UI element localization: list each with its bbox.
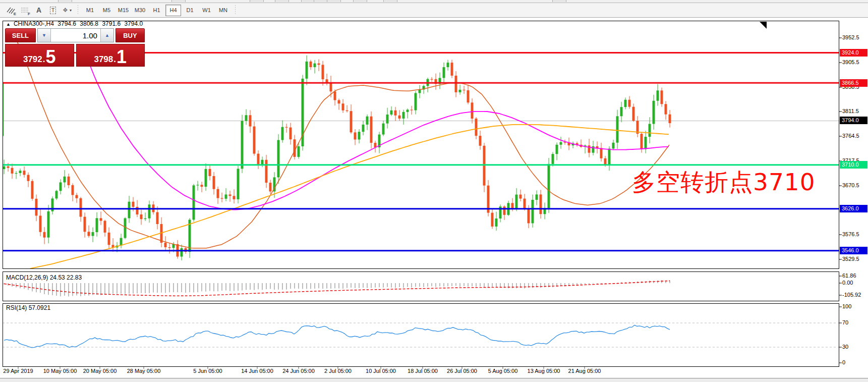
ohlc-close: 3794.0 bbox=[124, 20, 143, 27]
toolbar-separator bbox=[78, 5, 78, 15]
text-tool-icon: T bbox=[50, 7, 56, 14]
volume-input[interactable] bbox=[51, 29, 100, 42]
partial-button bbox=[275, 0, 289, 2]
ohlc-open: 3794.6 bbox=[57, 20, 76, 27]
ma-mid-magenta-line bbox=[85, 52, 669, 210]
timeframe-button-M15[interactable]: M15 bbox=[115, 5, 131, 16]
text-label-tool-button[interactable]: A bbox=[32, 4, 45, 16]
buy-button[interactable]: BUY bbox=[115, 28, 145, 42]
indicator-scale-label: 0 bbox=[842, 359, 845, 365]
chevron-down-icon: ▾ bbox=[70, 8, 72, 13]
price-tick-label: 3905.5 bbox=[842, 59, 859, 65]
date-label: 2 Jul 05:00 bbox=[324, 368, 352, 374]
partial-button bbox=[327, 0, 341, 2]
buy-price-frac: 1 bbox=[117, 49, 127, 65]
drawing-tools-group: EFAT❖▾ bbox=[0, 4, 74, 16]
price-tick-label: 3952.5 bbox=[842, 34, 859, 40]
arrows-tool-button[interactable]: ❖▾ bbox=[61, 4, 74, 16]
timeframe-button-W1[interactable]: W1 bbox=[199, 5, 214, 16]
rsi-label: RSI(14) 57.0921 bbox=[6, 304, 50, 311]
partial-button bbox=[301, 0, 315, 2]
date-label: 20 May 05:00 bbox=[83, 368, 117, 374]
chevron-down-icon: ▼ bbox=[42, 33, 46, 38]
partial-button bbox=[552, 0, 566, 2]
date-label: 28 May 05:00 bbox=[127, 368, 161, 374]
fibonacci-tool-button[interactable]: F bbox=[18, 4, 31, 16]
buy-price-sep: . bbox=[113, 54, 116, 65]
mt4-window: EFAT❖▾ M1M5M15M30H1H4D1W1MN ▲CHINA300-,H… bbox=[0, 0, 868, 382]
annotation-text: 多空转折点3710 bbox=[632, 170, 816, 195]
price-tick-label: 3670.5 bbox=[842, 182, 859, 188]
text-tool-button[interactable]: T bbox=[46, 4, 60, 16]
date-label: 18 Jul 05:00 bbox=[408, 368, 438, 374]
date-label: 5 Jun 05:00 bbox=[193, 368, 222, 374]
partial-button bbox=[314, 0, 328, 2]
equidistant-channel-tool-button[interactable]: E bbox=[4, 4, 17, 16]
toolbar: EFAT❖▾ M1M5M15M30H1H4D1W1MN bbox=[0, 3, 868, 18]
chart-canvas[interactable] bbox=[0, 18, 868, 382]
indicator-scale-label: 70 bbox=[842, 319, 848, 325]
partial-button bbox=[383, 0, 397, 2]
chart-window[interactable]: ▲CHINA300-,H4 3794.6 3806.8 3791.6 3794.… bbox=[0, 18, 868, 382]
partial-button bbox=[353, 0, 367, 2]
date-label: 14 Jun 05:00 bbox=[241, 368, 273, 374]
timeframe-button-M1[interactable]: M1 bbox=[82, 5, 98, 16]
sell-price-int: 3792 bbox=[23, 54, 42, 65]
partial-button bbox=[250, 0, 264, 2]
bottom-edge-strip bbox=[0, 378, 868, 382]
level-price-label: 3546.0 bbox=[840, 247, 867, 254]
chevron-up-icon: ▲ bbox=[105, 33, 109, 38]
macd-label: MACD(12,26,9) 24.53 22.83 bbox=[6, 274, 82, 281]
volume-stepper: ▼ ▲ bbox=[37, 28, 114, 42]
level-price-label: 3710.0 bbox=[840, 161, 867, 169]
indicator-scale-label: 0.00 bbox=[842, 280, 853, 286]
indicator-scale-label: 100 bbox=[842, 303, 851, 309]
chart-symbol-label: CHINA300-,H4 bbox=[14, 20, 54, 27]
rsi-line bbox=[4, 325, 670, 348]
timeframe-button-H4[interactable]: H4 bbox=[165, 5, 181, 16]
buy-button-label: BUY bbox=[123, 32, 137, 39]
date-label: 10 Jul 05:00 bbox=[366, 368, 396, 374]
partial-button bbox=[171, 0, 186, 2]
volume-decrease-button[interactable]: ▼ bbox=[38, 29, 51, 42]
sell-price-tile[interactable]: 3792.5 bbox=[5, 44, 74, 67]
ohlc-low: 3791.6 bbox=[102, 20, 121, 27]
toolbar-separator bbox=[235, 5, 236, 15]
volume-increase-button[interactable]: ▲ bbox=[100, 29, 113, 42]
level-price-label: 3924.0 bbox=[840, 49, 867, 57]
timeframe-button-MN[interactable]: MN bbox=[215, 5, 231, 16]
date-label: 29 Apr 2019 bbox=[3, 368, 33, 374]
indicator-scale-label: -105.92 bbox=[842, 292, 861, 298]
arrows-tool-icon: ❖ bbox=[63, 7, 68, 14]
price-tick-label: 3811.5 bbox=[842, 108, 859, 114]
timeframe-button-H1[interactable]: H1 bbox=[149, 5, 164, 16]
indicator-scale-label: 61.86 bbox=[842, 272, 856, 279]
buy-price-tile[interactable]: 3798.1 bbox=[76, 44, 145, 67]
chart-shift-marker-icon bbox=[760, 22, 767, 29]
timeframe-button-M5[interactable]: M5 bbox=[99, 5, 114, 16]
chart-title: ▲CHINA300-,H4 3794.6 3806.8 3791.6 3794.… bbox=[6, 20, 145, 27]
level-price-label: 3866.5 bbox=[840, 79, 867, 87]
partial-button bbox=[58, 0, 72, 2]
price-tick-label: 3764.5 bbox=[842, 133, 859, 139]
chart-collapse-icon[interactable]: ▲ bbox=[6, 22, 11, 27]
timeframe-button-D1[interactable]: D1 bbox=[182, 5, 198, 16]
sell-button[interactable]: SELL bbox=[5, 28, 36, 42]
date-label: 21 Aug 05:00 bbox=[568, 368, 601, 374]
date-label: 24 Jun 05:00 bbox=[282, 368, 315, 374]
ohlc-high: 3806.8 bbox=[80, 20, 98, 27]
macd-signal-line bbox=[4, 281, 670, 296]
timeframe-group: M1M5M15M30H1H4D1W1MN bbox=[82, 5, 232, 16]
sell-button-label: SELL bbox=[12, 32, 29, 39]
date-label: 26 Jul 05:00 bbox=[447, 368, 477, 374]
price-tick-label: 3529.5 bbox=[842, 256, 859, 262]
timeframe-button-M30[interactable]: M30 bbox=[132, 5, 148, 16]
date-label: 13 Aug 05:00 bbox=[528, 368, 560, 374]
level-price-label: 3626.0 bbox=[840, 205, 867, 212]
trade-panel: SELL ▼ ▲ BUY 3792.5 3798.1 bbox=[5, 28, 145, 67]
sell-price-sep: . bbox=[43, 54, 45, 65]
date-label: 10 May 05:00 bbox=[43, 368, 77, 374]
indicator-scale-label: 30 bbox=[842, 344, 848, 350]
buy-price-int: 3798 bbox=[94, 54, 113, 65]
price-tick-label: 3576.5 bbox=[842, 231, 859, 237]
